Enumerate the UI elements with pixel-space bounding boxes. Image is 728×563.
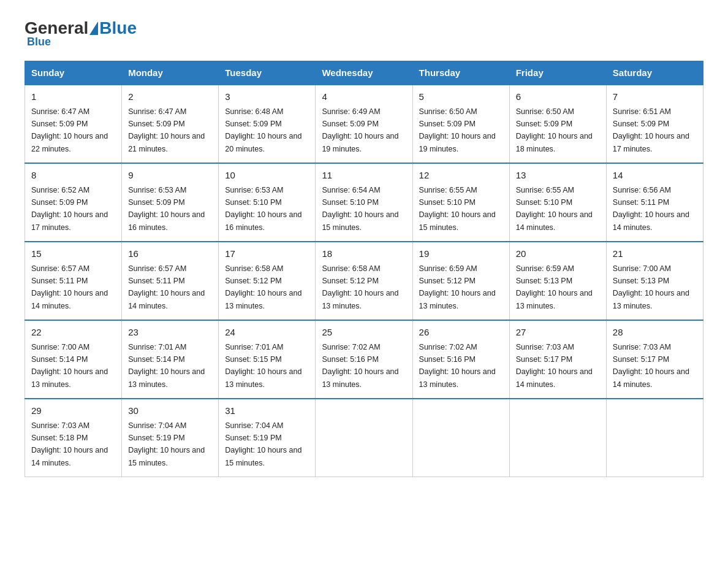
calendar-cell: 18Sunrise: 6:58 AMSunset: 5:12 PMDayligh… [316, 242, 412, 320]
day-number: 2 [128, 90, 212, 104]
day-info: Sunrise: 7:04 AMSunset: 5:19 PMDaylight:… [225, 421, 301, 467]
day-info: Sunrise: 6:59 AMSunset: 5:13 PMDaylight:… [516, 264, 593, 310]
calendar-cell: 15Sunrise: 6:57 AMSunset: 5:11 PMDayligh… [25, 242, 122, 320]
day-info: Sunrise: 6:51 AMSunset: 5:09 PMDaylight:… [613, 107, 689, 153]
day-info: Sunrise: 7:03 AMSunset: 5:17 PMDaylight:… [516, 343, 593, 389]
day-number: 19 [419, 247, 503, 261]
calendar-cell: 22Sunrise: 7:00 AMSunset: 5:14 PMDayligh… [25, 320, 122, 399]
calendar-cell: 14Sunrise: 6:56 AMSunset: 5:11 PMDayligh… [606, 163, 703, 242]
calendar-row: 8Sunrise: 6:52 AMSunset: 5:09 PMDaylight… [25, 163, 703, 242]
calendar-cell [606, 399, 703, 477]
calendar-cell: 5Sunrise: 6:50 AMSunset: 5:09 PMDaylight… [412, 85, 509, 163]
logo: General Blue Blue [25, 18, 137, 48]
day-info: Sunrise: 7:00 AMSunset: 5:14 PMDaylight:… [31, 343, 108, 389]
calendar-cell: 31Sunrise: 7:04 AMSunset: 5:19 PMDayligh… [219, 399, 316, 477]
logo-blue-text: Blue [99, 18, 137, 38]
col-header-monday: Monday [122, 61, 219, 85]
calendar-cell: 20Sunrise: 6:59 AMSunset: 5:13 PMDayligh… [509, 242, 606, 320]
day-info: Sunrise: 6:50 AMSunset: 5:09 PMDaylight:… [516, 107, 593, 153]
day-info: Sunrise: 7:01 AMSunset: 5:15 PMDaylight:… [225, 343, 301, 389]
day-info: Sunrise: 6:56 AMSunset: 5:11 PMDaylight:… [613, 186, 689, 232]
calendar-cell: 10Sunrise: 6:53 AMSunset: 5:10 PMDayligh… [219, 163, 316, 242]
day-info: Sunrise: 7:02 AMSunset: 5:16 PMDaylight:… [419, 343, 496, 389]
day-number: 8 [31, 169, 115, 183]
day-number: 3 [225, 90, 309, 104]
col-header-saturday: Saturday [606, 61, 703, 85]
calendar-cell: 9Sunrise: 6:53 AMSunset: 5:09 PMDaylight… [122, 163, 219, 242]
day-info: Sunrise: 6:49 AMSunset: 5:09 PMDaylight:… [322, 107, 398, 153]
day-info: Sunrise: 7:03 AMSunset: 5:18 PMDaylight:… [31, 421, 108, 467]
day-info: Sunrise: 6:47 AMSunset: 5:09 PMDaylight:… [31, 107, 108, 153]
calendar-cell: 26Sunrise: 7:02 AMSunset: 5:16 PMDayligh… [412, 320, 509, 399]
day-number: 25 [322, 326, 406, 340]
col-header-thursday: Thursday [412, 61, 509, 85]
day-info: Sunrise: 6:57 AMSunset: 5:11 PMDaylight:… [128, 264, 205, 310]
calendar-cell: 19Sunrise: 6:59 AMSunset: 5:12 PMDayligh… [412, 242, 509, 320]
calendar-cell: 17Sunrise: 6:58 AMSunset: 5:12 PMDayligh… [219, 242, 316, 320]
calendar-row: 29Sunrise: 7:03 AMSunset: 5:18 PMDayligh… [25, 399, 703, 477]
day-info: Sunrise: 6:55 AMSunset: 5:10 PMDaylight:… [516, 186, 593, 232]
calendar-cell: 6Sunrise: 6:50 AMSunset: 5:09 PMDaylight… [509, 85, 606, 163]
calendar-row: 15Sunrise: 6:57 AMSunset: 5:11 PMDayligh… [25, 242, 703, 320]
day-number: 30 [128, 404, 212, 418]
day-number: 23 [128, 326, 212, 340]
calendar-cell: 24Sunrise: 7:01 AMSunset: 5:15 PMDayligh… [219, 320, 316, 399]
calendar-cell [316, 399, 412, 477]
day-number: 4 [322, 90, 406, 104]
day-info: Sunrise: 6:53 AMSunset: 5:09 PMDaylight:… [128, 186, 205, 232]
calendar-cell: 8Sunrise: 6:52 AMSunset: 5:09 PMDaylight… [25, 163, 122, 242]
day-info: Sunrise: 7:01 AMSunset: 5:14 PMDaylight:… [128, 343, 205, 389]
day-info: Sunrise: 6:52 AMSunset: 5:09 PMDaylight:… [31, 186, 108, 232]
calendar-cell: 23Sunrise: 7:01 AMSunset: 5:14 PMDayligh… [122, 320, 219, 399]
day-number: 22 [31, 326, 115, 340]
day-number: 5 [419, 90, 503, 104]
col-header-sunday: Sunday [25, 61, 122, 85]
day-info: Sunrise: 7:02 AMSunset: 5:16 PMDaylight:… [322, 343, 398, 389]
day-info: Sunrise: 7:03 AMSunset: 5:17 PMDaylight:… [613, 343, 689, 389]
col-header-tuesday: Tuesday [219, 61, 316, 85]
calendar-cell: 16Sunrise: 6:57 AMSunset: 5:11 PMDayligh… [122, 242, 219, 320]
calendar-table: SundayMondayTuesdayWednesdayThursdayFrid… [25, 61, 703, 477]
calendar-cell: 29Sunrise: 7:03 AMSunset: 5:18 PMDayligh… [25, 399, 122, 477]
page-header: General Blue Blue [25, 18, 703, 48]
day-info: Sunrise: 6:58 AMSunset: 5:12 PMDaylight:… [225, 264, 301, 310]
calendar-cell: 11Sunrise: 6:54 AMSunset: 5:10 PMDayligh… [316, 163, 412, 242]
day-number: 11 [322, 169, 406, 183]
day-number: 18 [322, 247, 406, 261]
calendar-cell: 7Sunrise: 6:51 AMSunset: 5:09 PMDaylight… [606, 85, 703, 163]
calendar-row: 22Sunrise: 7:00 AMSunset: 5:14 PMDayligh… [25, 320, 703, 399]
day-number: 31 [225, 404, 309, 418]
calendar-cell: 1Sunrise: 6:47 AMSunset: 5:09 PMDaylight… [25, 85, 122, 163]
calendar-cell: 25Sunrise: 7:02 AMSunset: 5:16 PMDayligh… [316, 320, 412, 399]
day-info: Sunrise: 6:53 AMSunset: 5:10 PMDaylight:… [225, 186, 301, 232]
day-info: Sunrise: 6:47 AMSunset: 5:09 PMDaylight:… [128, 107, 205, 153]
day-number: 17 [225, 247, 309, 261]
calendar-cell: 4Sunrise: 6:49 AMSunset: 5:09 PMDaylight… [316, 85, 412, 163]
calendar-cell: 30Sunrise: 7:04 AMSunset: 5:19 PMDayligh… [122, 399, 219, 477]
col-header-wednesday: Wednesday [316, 61, 412, 85]
day-number: 16 [128, 247, 212, 261]
day-number: 21 [613, 247, 697, 261]
day-number: 12 [419, 169, 503, 183]
calendar-row: 1Sunrise: 6:47 AMSunset: 5:09 PMDaylight… [25, 85, 703, 163]
calendar-cell: 21Sunrise: 7:00 AMSunset: 5:13 PMDayligh… [606, 242, 703, 320]
day-number: 14 [613, 169, 697, 183]
logo-triangle-icon [89, 21, 98, 35]
day-number: 29 [31, 404, 115, 418]
calendar-cell: 12Sunrise: 6:55 AMSunset: 5:10 PMDayligh… [412, 163, 509, 242]
day-number: 28 [613, 326, 697, 340]
day-number: 24 [225, 326, 309, 340]
day-info: Sunrise: 6:55 AMSunset: 5:10 PMDaylight:… [419, 186, 496, 232]
day-number: 20 [516, 247, 600, 261]
day-info: Sunrise: 7:00 AMSunset: 5:13 PMDaylight:… [613, 264, 689, 310]
calendar-cell: 27Sunrise: 7:03 AMSunset: 5:17 PMDayligh… [509, 320, 606, 399]
day-number: 10 [225, 169, 309, 183]
day-number: 26 [419, 326, 503, 340]
logo-underline: Blue [27, 36, 51, 48]
day-number: 27 [516, 326, 600, 340]
day-number: 7 [613, 90, 697, 104]
day-info: Sunrise: 7:04 AMSunset: 5:19 PMDaylight:… [128, 421, 205, 467]
calendar-cell: 13Sunrise: 6:55 AMSunset: 5:10 PMDayligh… [509, 163, 606, 242]
calendar-cell: 28Sunrise: 7:03 AMSunset: 5:17 PMDayligh… [606, 320, 703, 399]
day-number: 9 [128, 169, 212, 183]
